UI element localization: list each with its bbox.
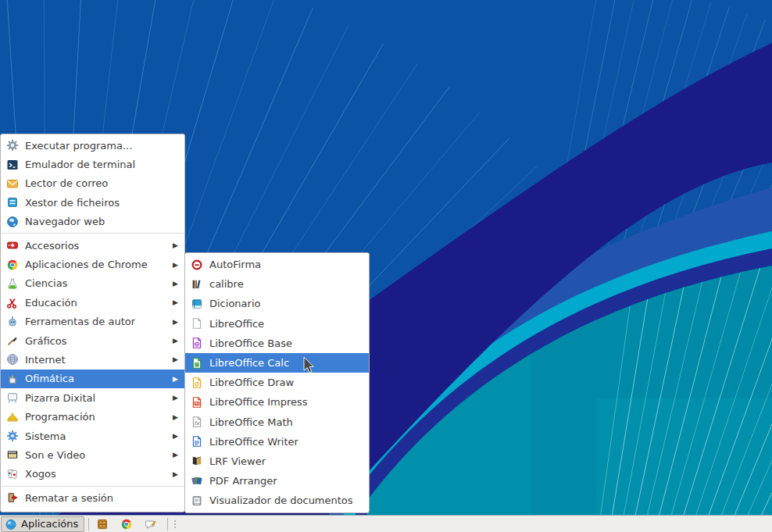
menu-item-lector-de-correo[interactable]: Lector de correo <box>1 174 184 193</box>
menu-item-label: LRF Viewer <box>209 455 266 467</box>
pdf-arranger-icon <box>191 475 203 487</box>
submenu-arrow-icon: ▶ <box>173 355 180 363</box>
chrome-icon <box>120 518 133 530</box>
chrome-icon <box>6 259 19 271</box>
lo-writer-icon <box>191 435 203 448</box>
ofimatica-submenu: AutoFirmacalibreDicionarioLibreOfficeLib… <box>184 252 370 513</box>
submenu-arrow-icon: ▶ <box>173 413 180 421</box>
menu-item-son-e-video[interactable]: Son e Video▶ <box>1 445 184 464</box>
menu-item-lrf-viewer[interactable]: LRF Viewer <box>185 452 369 471</box>
menu-item-label: LibreOffice <box>209 318 264 330</box>
menu-item-label: LibreOffice Writer <box>209 436 298 448</box>
graphics-icon <box>6 334 19 347</box>
menu-item-accesorios[interactable]: Accesorios▶ <box>1 236 184 255</box>
menu-item-ferramentas-de-autor[interactable]: Ferramentas de autor▶ <box>1 312 184 331</box>
file-cabinet-icon <box>96 518 109 530</box>
menu-item-internet[interactable]: Internet▶ <box>1 350 184 369</box>
menu-item-label: Ferramentas de autor <box>25 316 135 327</box>
development-icon <box>6 411 19 423</box>
menu-item-label: Programación <box>25 411 95 423</box>
menu-item-sistema[interactable]: Sistema▶ <box>1 427 184 445</box>
menu-item-visualizador-de-documentos[interactable]: Visualizador de documentos <box>185 491 369 510</box>
submenu-arrow-icon: ▶ <box>173 298 180 306</box>
menu-item-emulador-de-terminal[interactable]: Emulador de terminal <box>1 155 184 173</box>
distro-logo-icon <box>5 518 17 530</box>
launcher-file-cabinet[interactable] <box>93 516 112 532</box>
menu-item-libreoffice-impress[interactable]: LibreOffice Impress <box>185 392 369 412</box>
submenu-arrow-icon: ▶ <box>173 261 180 269</box>
menu-item-label: Educación <box>25 297 77 309</box>
menu-item-autofirma[interactable]: AutoFirma <box>185 255 369 274</box>
taskbar: Aplicacións <box>0 515 772 532</box>
lo-base-icon <box>191 337 203 349</box>
menu-item-xogos[interactable]: Xogos▶ <box>1 465 184 484</box>
mail-icon <box>6 177 19 190</box>
menu-item-rematar-a-sesion[interactable]: Rematar a sesión <box>1 488 184 507</box>
menu-item-xestor-de-ficheiros[interactable]: Xestor de ficheiros <box>1 193 184 212</box>
menu-item-libreoffice-math[interactable]: fxLibreOffice Math <box>185 412 369 432</box>
calibre-icon <box>191 278 203 291</box>
science-icon <box>6 277 19 290</box>
menu-item-label: Pizarra Dixital <box>25 392 95 404</box>
applications-button-label: Aplicacións <box>21 518 78 530</box>
submenu-arrow-icon: ▶ <box>173 470 180 478</box>
accessories-icon <box>6 239 19 252</box>
menu-item-label: Son e Video <box>25 449 85 461</box>
desktop: Executar programa...Emulador de terminal… <box>0 0 772 532</box>
panel-grip-handle[interactable] <box>174 520 176 528</box>
menu-item-executar-programa[interactable]: Executar programa... <box>1 136 184 155</box>
education-icon <box>6 296 19 309</box>
lo-calc-icon <box>191 357 203 370</box>
menu-item-label: Xogos <box>25 468 56 480</box>
menu-item-label: LibreOffice Math <box>209 416 293 428</box>
menu-item-label: LibreOffice Draw <box>209 377 294 388</box>
menu-item-graficos[interactable]: Gráficos▶ <box>1 331 184 350</box>
menu-item-label: Internet <box>25 354 66 366</box>
launcher-notes[interactable] <box>141 516 160 532</box>
menu-item-libreoffice-base[interactable]: LibreOffice Base <box>185 334 369 353</box>
libreoffice-icon <box>191 317 203 330</box>
submenu-arrow-icon: ▶ <box>173 432 180 440</box>
menu-item-educacion[interactable]: Educación▶ <box>1 293 184 312</box>
menu-item-pdf-arranger[interactable]: PDF Arranger <box>185 471 369 491</box>
menu-item-libreoffice-draw[interactable]: LibreOffice Draw <box>185 373 369 392</box>
web-browser-icon <box>6 216 19 228</box>
menu-item-navegador-web[interactable]: Navegador web <box>1 212 184 231</box>
menu-item-label: Accesorios <box>25 240 79 252</box>
menu-item-libreoffice[interactable]: LibreOffice <box>185 314 369 334</box>
run-icon <box>6 139 19 152</box>
dictionary-icon <box>191 298 203 310</box>
menu-item-label: Emulador de terminal <box>25 159 135 170</box>
launcher-chrome[interactable] <box>117 516 136 532</box>
games-icon <box>6 468 19 480</box>
menu-separator <box>2 486 184 487</box>
file-manager-icon <box>6 196 19 209</box>
menu-item-label: Rematar a sesión <box>25 492 113 504</box>
menu-item-label: Executar programa... <box>25 140 132 152</box>
lo-math-icon: fx <box>191 416 203 428</box>
menu-item-calibre[interactable]: calibre <box>185 274 369 294</box>
menu-item-libreoffice-writer[interactable]: LibreOffice Writer <box>185 432 369 452</box>
menu-item-pizarra-dixital[interactable]: Pizarra Dixital▶ <box>1 388 184 407</box>
submenu-arrow-icon: ▶ <box>173 451 180 459</box>
menu-item-label: Visualizador de documentos <box>209 495 353 506</box>
menu-item-label: Navegador web <box>25 216 105 227</box>
menu-item-label: Gráficos <box>25 335 66 347</box>
menu-item-label: Aplicaciones de Chrome <box>25 259 148 270</box>
system-icon <box>6 430 19 442</box>
multimedia-icon <box>6 448 19 461</box>
menu-item-dicionario[interactable]: Dicionario <box>185 294 369 313</box>
menu-item-aplicaciones-de-chrome[interactable]: Aplicaciones de Chrome▶ <box>1 255 184 273</box>
submenu-arrow-icon: ▶ <box>173 280 180 287</box>
menu-item-label: Ofimática <box>25 373 74 384</box>
menu-item-libreoffice-calc[interactable]: LibreOffice Calc <box>185 353 369 373</box>
menu-item-label: Xestor de ficheiros <box>25 197 120 209</box>
menu-item-ciencias[interactable]: Ciencias▶ <box>1 274 184 293</box>
whiteboard-icon <box>6 391 19 404</box>
menu-item-ofimatica[interactable]: Ofimática▶ <box>1 370 184 388</box>
menu-item-programacion[interactable]: Programación▶ <box>1 407 184 426</box>
doc-viewer-icon <box>191 495 203 507</box>
menu-item-label: Dicionario <box>209 298 260 309</box>
taskbar-separator <box>167 518 168 530</box>
applications-button[interactable]: Aplicacións <box>1 516 84 532</box>
